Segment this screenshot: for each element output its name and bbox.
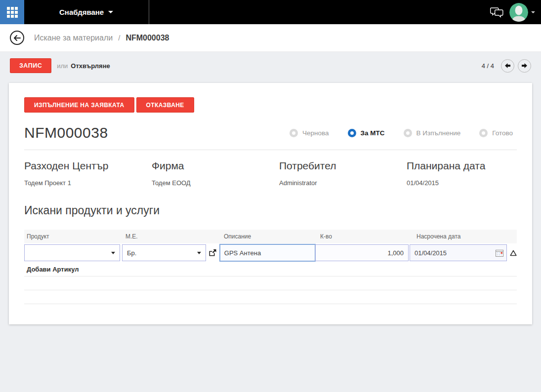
status-draft[interactable]: Чернова [290, 129, 329, 137]
scheduled-date-value: 01/04/2015 [415, 249, 447, 257]
add-item-link[interactable]: Добави Артикул [24, 266, 79, 273]
cancel-request-button[interactable]: ОТКАЗВАНЕ [136, 97, 194, 113]
breadcrumb-separator: / [118, 34, 120, 42]
field-label: Разходен Център [24, 160, 152, 172]
arrow-right-icon [521, 63, 528, 69]
chat-button[interactable] [490, 7, 504, 18]
record-pager: 4 / 4 [482, 59, 531, 73]
chat-icon [490, 7, 504, 18]
module-menu-label: Снабдяване [59, 8, 104, 16]
header-fields: Разходен Център Тодем Проект 1 Фирма Тод… [24, 160, 517, 187]
save-toolbar: ЗАПИС или Отхвърляне 4 / 4 [0, 52, 541, 79]
line-row: Бр. 01/04/2015 [24, 244, 517, 262]
radio-icon [404, 129, 412, 137]
apps-grid-icon [7, 7, 18, 18]
topbar-divider [149, 0, 149, 24]
status-for-mts[interactable]: За МТС [348, 129, 385, 137]
user-menu[interactable] [509, 3, 535, 22]
field-company: Фирма Тодем ЕООД [152, 160, 279, 187]
column-header-uom: М.Е. [123, 233, 221, 240]
status-label: Готово [492, 129, 513, 137]
status-in-progress[interactable]: В Изпълнение [404, 129, 461, 137]
status-label: За МТС [361, 129, 385, 137]
status-radio-group: Чернова За МТС В Изпълнение Готово [290, 129, 517, 137]
product-select[interactable] [24, 244, 120, 261]
avatar [509, 3, 528, 22]
pager-count: 4 / 4 [482, 62, 494, 70]
empty-line-rows [24, 276, 517, 317]
quantity-input[interactable] [315, 244, 409, 261]
status-done[interactable]: Готово [479, 129, 513, 137]
lines-section-title: Искани продукти и услуги [24, 204, 517, 217]
empty-line-row [24, 290, 517, 304]
document-card: ИЗПЪЛНЕНИЕ НА ЗАЯВКАТА ОТКАЗВАНЕ NFM0000… [9, 83, 532, 324]
title-row: NFM000038 Чернова За МТС В Изпълнение Го… [24, 124, 517, 150]
share-out-icon [208, 249, 217, 257]
workflow-actions: ИЗПЪЛНЕНИЕ НА ЗАЯВКАТА ОТКАЗВАНЕ [24, 97, 517, 113]
field-user: Потребител Administrator [279, 160, 407, 187]
topbar-right [490, 3, 541, 22]
field-value: Administrator [279, 179, 407, 187]
arrow-left-icon [13, 35, 21, 41]
column-header-scheduled-date: Насрочена дата [414, 233, 517, 240]
open-record-button[interactable] [208, 244, 218, 261]
field-label: Планирана дата [407, 160, 534, 172]
breadcrumb: Искане за материали / NFM000038 [34, 34, 169, 42]
description-input[interactable] [219, 244, 316, 262]
or-label: или [57, 62, 68, 70]
field-cost-center: Разходен Център Тодем Проект 1 [24, 160, 152, 187]
arrow-left-icon [504, 63, 511, 69]
status-label: В Изпълнение [416, 129, 461, 137]
lines-table-header: Продукт М.Е. Описание К-во Насрочена дат… [24, 230, 517, 243]
radio-icon [479, 129, 488, 137]
field-value: Тодем ЕООД [152, 179, 279, 187]
radio-icon [348, 129, 356, 137]
uom-select-value: Бр. [127, 249, 136, 257]
field-label: Потребител [279, 160, 407, 172]
breadcrumb-current: NFM000038 [125, 34, 169, 42]
document-title: NFM000038 [24, 124, 108, 141]
page: Снабдяване [0, 0, 541, 392]
module-menu[interactable]: Снабдяване [59, 8, 113, 16]
topbar: Снабдяване [0, 0, 541, 24]
discard-link[interactable]: Отхвърляне [71, 62, 110, 70]
field-label: Фирма [152, 160, 279, 172]
column-header-product: Продукт [24, 233, 123, 240]
prev-record-button[interactable] [501, 59, 514, 73]
radio-icon [290, 129, 298, 137]
field-value: 01/04/2015 [407, 179, 534, 187]
status-label: Чернова [302, 129, 329, 137]
back-button[interactable] [10, 31, 24, 45]
save-button[interactable]: ЗАПИС [10, 58, 51, 73]
column-header-description: Описание [221, 233, 318, 240]
scheduled-date-input[interactable]: 01/04/2015 [410, 244, 507, 261]
chevron-down-icon [108, 11, 113, 13]
next-record-button[interactable] [518, 59, 531, 73]
breadcrumb-bar: Искане за материали / NFM000038 [0, 24, 541, 52]
empty-line-row [24, 276, 517, 290]
chevron-down-icon [197, 252, 201, 254]
uom-select[interactable]: Бр. [122, 244, 206, 261]
apps-menu-button[interactable] [0, 0, 24, 24]
chevron-down-icon [111, 252, 115, 254]
warning-triangle-icon [510, 250, 517, 256]
field-planned-date: Планирана дата 01/04/2015 [407, 160, 534, 187]
empty-line-row [24, 304, 517, 317]
field-value: Тодем Проект 1 [24, 179, 152, 187]
calendar-icon [496, 249, 503, 257]
column-header-quantity: К-во [318, 233, 414, 240]
chevron-down-icon [531, 11, 535, 13]
line-warning-button[interactable] [510, 250, 517, 256]
breadcrumb-section[interactable]: Искане за материали [34, 34, 113, 42]
execute-request-button[interactable]: ИЗПЪЛНЕНИЕ НА ЗАЯВКАТА [24, 97, 134, 113]
